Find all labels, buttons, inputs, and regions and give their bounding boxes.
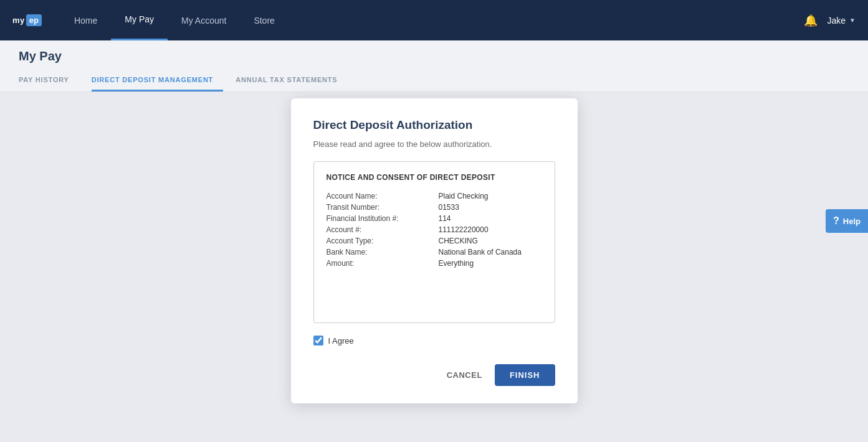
nav-my-pay[interactable]: My Pay — [111, 0, 168, 40]
consent-row: Amount:Everything — [327, 258, 542, 269]
tab-annual-tax[interactable]: ANNUAL TAX STATEMENTS — [236, 71, 347, 92]
finish-button[interactable]: FINISH — [495, 364, 555, 386]
consent-field-label: Transit Number: — [327, 202, 439, 213]
direct-deposit-modal: Direct Deposit Authorization Please read… — [291, 98, 578, 403]
nav-store[interactable]: Store — [240, 0, 288, 40]
nav-my-account[interactable]: My Account — [168, 0, 240, 40]
consent-field-label: Bank Name: — [327, 247, 439, 258]
help-icon: ? — [833, 215, 839, 227]
sub-tabs: PAY HISTORY DIRECT DEPOSIT MANAGEMENT AN… — [19, 71, 849, 92]
consent-row: Account #:111122220000 — [327, 224, 542, 235]
consent-table: Account Name:Plaid CheckingTransit Numbe… — [327, 190, 542, 269]
main-content: Direct Deposit Authorization Please read… — [0, 92, 868, 442]
modal-actions: CANCEL FINISH — [313, 364, 555, 386]
cancel-button[interactable]: CANCEL — [447, 370, 482, 380]
modal-subtitle: Please read and agree to the below autho… — [313, 139, 555, 149]
user-name: Jake — [827, 16, 846, 26]
consent-field-label: Amount: — [327, 258, 439, 269]
logo-my: my — [12, 16, 25, 25]
page-title: My Pay — [19, 49, 849, 63]
agree-label: I Agree — [328, 336, 354, 346]
user-menu[interactable]: Jake ▼ — [827, 16, 856, 26]
main-nav: my ep Home My Pay My Account Store 🔔 Jak… — [0, 0, 868, 40]
consent-row: Financial Institution #:114 — [327, 213, 542, 224]
nav-right: 🔔 Jake ▼ — [804, 14, 856, 27]
nav-home[interactable]: Home — [60, 0, 111, 40]
consent-row: Bank Name:National Bank of Canada — [327, 247, 542, 258]
chevron-down-icon: ▼ — [849, 17, 856, 24]
consent-field-value: Everything — [439, 258, 542, 269]
consent-box: NOTICE AND CONSENT OF DIRECT DEPOSIT Acc… — [313, 161, 555, 323]
subheader: My Pay PAY HISTORY DIRECT DEPOSIT MANAGE… — [0, 40, 868, 92]
help-button[interactable]: ? Help — [826, 209, 868, 233]
notification-bell-icon[interactable]: 🔔 — [804, 14, 818, 27]
consent-field-value: National Bank of Canada — [439, 247, 542, 258]
consent-field-label: Financial Institution #: — [327, 213, 439, 224]
consent-field-value: Plaid Checking — [439, 190, 542, 202]
help-label: Help — [843, 217, 861, 226]
nav-links: Home My Pay My Account Store — [60, 0, 804, 40]
logo[interactable]: my ep — [12, 14, 42, 26]
consent-row: Account Name:Plaid Checking — [327, 190, 542, 202]
consent-field-value: 111122220000 — [439, 224, 542, 235]
consent-field-label: Account #: — [327, 224, 439, 235]
tab-direct-deposit[interactable]: DIRECT DEPOSIT MANAGEMENT — [92, 71, 223, 92]
logo-ep: ep — [26, 14, 42, 26]
consent-row: Account Type:CHECKING — [327, 235, 542, 247]
agree-row: I Agree — [313, 336, 555, 346]
modal-title: Direct Deposit Authorization — [313, 118, 555, 132]
consent-field-value: 114 — [439, 213, 542, 224]
modal-overlay: Direct Deposit Authorization Please read… — [0, 92, 868, 442]
consent-field-value: 01533 — [439, 202, 542, 213]
consent-field-value: CHECKING — [439, 235, 542, 247]
tab-pay-history[interactable]: PAY HISTORY — [19, 71, 79, 92]
consent-heading: NOTICE AND CONSENT OF DIRECT DEPOSIT — [327, 173, 542, 182]
consent-field-label: Account Name: — [327, 190, 439, 202]
agree-checkbox[interactable] — [313, 336, 323, 346]
consent-row: Transit Number:01533 — [327, 202, 542, 213]
consent-field-label: Account Type: — [327, 235, 439, 247]
